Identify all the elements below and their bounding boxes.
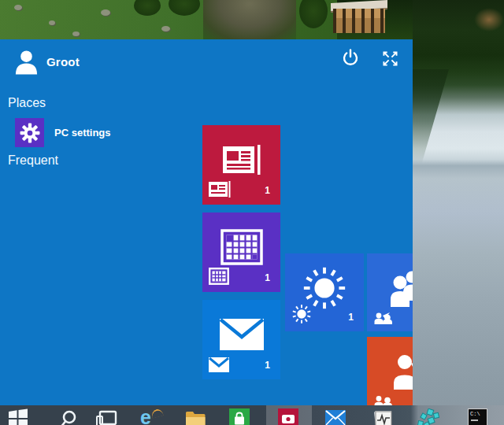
frequent-section-label: Frequent	[8, 153, 58, 168]
people-mini-icon	[373, 311, 394, 324]
rock	[101, 9, 110, 16]
chalet-house	[331, 2, 387, 33]
task-manager-button[interactable]	[372, 408, 394, 425]
command-prompt-icon: C:\	[468, 408, 487, 425]
tile-badge: 1	[265, 272, 270, 283]
mail-icon	[220, 319, 264, 350]
tile-weather[interactable]: 1	[285, 253, 364, 331]
tile-badge: 1	[348, 312, 354, 323]
bush	[169, 0, 200, 16]
mail-taskbar-icon	[324, 408, 346, 425]
tile-badge: 1	[265, 185, 270, 196]
taskbar: e	[0, 405, 504, 425]
tree-reflection	[413, 69, 449, 164]
wallpaper-lake-reflection	[413, 0, 504, 425]
tile-people-alt[interactable]	[367, 337, 413, 405]
task-view-icon	[95, 408, 117, 425]
sun-mini-icon	[291, 304, 312, 324]
windows-logo-icon	[8, 408, 28, 425]
news-mini-icon	[209, 181, 231, 198]
places-section-label: Places	[8, 96, 46, 110]
desktop: Groot Places	[0, 0, 504, 425]
rock	[72, 31, 80, 36]
active-red-app-button[interactable]	[278, 408, 300, 425]
search-button[interactable]	[58, 408, 80, 425]
red-app-icon	[278, 408, 298, 425]
search-icon	[58, 408, 79, 425]
ie-icon: e	[140, 406, 151, 425]
store-bag-icon	[229, 408, 250, 425]
menu-item-pc-settings[interactable]: PC settings	[15, 118, 111, 147]
task-view-button[interactable]	[95, 408, 117, 425]
user-name: Groot	[46, 55, 80, 68]
house-reflection	[474, 8, 504, 31]
cubes-icon	[416, 408, 441, 425]
person-icon	[391, 353, 413, 390]
power-button[interactable]	[342, 49, 361, 68]
file-explorer-button[interactable]	[184, 408, 206, 425]
tile-calendar[interactable]: 1	[202, 213, 280, 292]
internet-explorer-button[interactable]: e	[140, 408, 162, 425]
cubes-app-button[interactable]	[416, 408, 438, 425]
gear-icon	[20, 123, 40, 143]
bush	[134, 0, 161, 16]
user-account-button[interactable]: Groot	[13, 48, 80, 75]
expand-start-button[interactable]	[383, 51, 402, 70]
news-icon	[221, 142, 262, 177]
person-mini-icon	[373, 394, 394, 405]
mail-button[interactable]	[324, 408, 346, 425]
ie-swoosh	[150, 408, 164, 418]
start-button[interactable]	[8, 408, 30, 425]
rock	[49, 20, 55, 25]
rocky-outcrop	[203, 0, 296, 39]
pc-settings-label: PC settings	[54, 127, 111, 139]
pc-settings-tile	[15, 118, 44, 147]
tile-badge: 1	[265, 360, 270, 371]
expand-fullscreen-icon	[383, 51, 398, 66]
tile-mail[interactable]: 1	[202, 300, 280, 379]
power-icon	[342, 49, 359, 66]
calendar-icon	[220, 229, 263, 265]
rock	[161, 26, 170, 31]
start-menu: Groot Places	[0, 39, 413, 405]
rock	[14, 5, 22, 10]
store-button[interactable]	[229, 408, 251, 425]
task-manager-icon	[372, 408, 394, 425]
tile-news[interactable]: 1	[202, 125, 280, 205]
calendar-mini-icon	[209, 268, 229, 285]
user-avatar-icon	[13, 48, 39, 75]
tile-people[interactable]	[367, 253, 413, 331]
tree	[299, 0, 328, 28]
command-prompt-button[interactable]: C:\	[468, 408, 490, 425]
people-icon	[389, 269, 413, 307]
mail-mini-icon	[209, 357, 229, 372]
folder-icon	[184, 408, 206, 425]
